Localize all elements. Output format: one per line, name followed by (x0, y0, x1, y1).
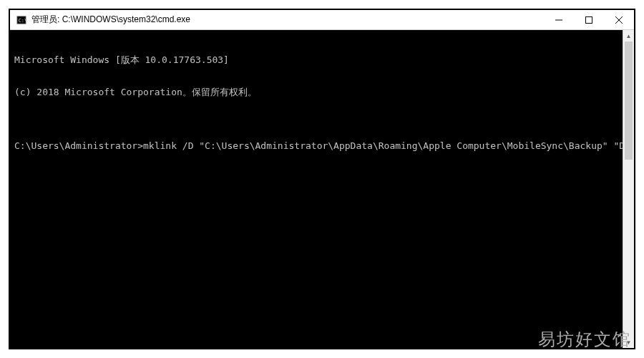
cmd-window: C:\ 管理员: C:\WINDOWS\system32\cmd.exe Mic… (9, 9, 635, 349)
minimize-button[interactable] (544, 10, 574, 29)
cmd-icon: C:\ (16, 14, 27, 26)
scroll-up-arrow[interactable]: ▲ (623, 30, 634, 42)
terminal-output[interactable]: Microsoft Windows [版本 10.0.17763.503] (c… (10, 30, 634, 348)
terminal-line: Microsoft Windows [版本 10.0.17763.503] (14, 54, 630, 65)
terminal-line: C:\Users\Administrator>mklink /D "C:\Use… (14, 140, 630, 151)
vertical-scrollbar[interactable]: ▲ ▼ (623, 30, 634, 348)
scroll-down-arrow[interactable]: ▼ (623, 337, 634, 348)
window-controls (544, 10, 634, 29)
window-title: 管理员: C:\WINDOWS\system32\cmd.exe (31, 14, 544, 26)
svg-text:C:\: C:\ (19, 17, 26, 23)
close-button[interactable] (604, 10, 634, 29)
titlebar[interactable]: C:\ 管理员: C:\WINDOWS\system32\cmd.exe (10, 10, 634, 30)
maximize-button[interactable] (574, 10, 604, 29)
svg-rect-3 (586, 16, 592, 23)
scrollbar-track[interactable] (623, 42, 634, 337)
scrollbar-thumb[interactable] (625, 42, 633, 160)
terminal-line: (c) 2018 Microsoft Corporation。保留所有权利。 (14, 87, 630, 97)
